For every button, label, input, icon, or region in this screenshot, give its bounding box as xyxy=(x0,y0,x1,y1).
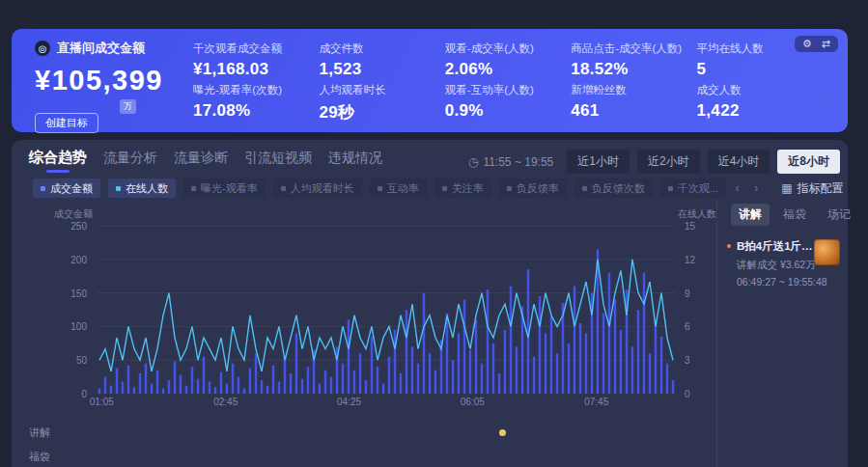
side-panel-tabs: 讲解福袋场记 xyxy=(717,200,848,226)
section-tabs: 综合趋势流量分析流量诊断引流短视频违规情况 xyxy=(29,149,382,173)
metric-chips: 成交金额在线人数曝光-观看率人均观看时长互动率关注率负反馈率负反馈次数千次观..… xyxy=(33,179,844,198)
chip-人均观看时长[interactable]: 人均观看时长 xyxy=(273,179,362,198)
tab-引流短视频[interactable]: 引流短视频 xyxy=(244,150,312,173)
kpi-metric-value: 29秒 xyxy=(319,101,436,124)
kpi-metric-value: 0.9% xyxy=(445,101,563,121)
chip-dot-icon xyxy=(668,186,673,191)
kpi-metric: 人均观看时长29秒 xyxy=(319,83,436,124)
kpi-metric-value: 461 xyxy=(571,101,688,121)
chip-dot-icon xyxy=(582,186,587,191)
chip-互动率[interactable]: 互动率 xyxy=(370,179,427,198)
kpi-metric-label: 观看-成交率(人数) xyxy=(445,41,563,56)
kpi-metric-value: 2.06% xyxy=(445,60,563,79)
kpi-metric: 观看-成交率(人数)2.06% xyxy=(445,41,563,83)
trend-panel: 综合趋势流量分析流量诊断引流短视频违规情况 ◷ 11:55 ~ 19:55 近1… xyxy=(12,140,848,467)
right-ytick: 0 xyxy=(685,389,714,399)
time-range-text: 11:55 ~ 19:55 xyxy=(483,155,553,169)
kpi-metric: 曝光-观看率(次数)17.08% xyxy=(193,83,311,124)
left-ytick: 50 xyxy=(58,355,87,366)
product-thumbnail xyxy=(814,239,840,265)
xtick: 01:05 xyxy=(90,397,114,407)
unit-badge: 万 xyxy=(120,99,136,114)
chip-label: 在线人数 xyxy=(126,181,168,196)
time-option-近1小时[interactable]: 近1小时 xyxy=(567,150,630,174)
lane-label-bag: 福袋 xyxy=(29,450,50,464)
primary-metric-value: ¥105,399 xyxy=(35,65,194,96)
left-ytick: 0 xyxy=(58,389,87,399)
panel-tab-讲解[interactable]: 讲解 xyxy=(731,204,770,226)
left-ytick: 200 xyxy=(58,255,87,265)
chip-负反馈率[interactable]: 负反馈率 xyxy=(499,179,567,198)
left-axis-title: 成交金额 xyxy=(54,207,93,221)
explain-event-marker[interactable] xyxy=(499,429,506,436)
session-side-panel: 讲解福袋场记 B拍4斤送1斤共35-4...讲解成交 ¥3.62万06:49:2… xyxy=(716,200,848,467)
chip-label: 负反馈次数 xyxy=(592,181,645,196)
right-axis-title: 在线人数 xyxy=(678,207,716,221)
left-ytick: 150 xyxy=(58,288,87,299)
right-ytick: 6 xyxy=(685,321,714,332)
kpi-metric-label: 人均观看时长 xyxy=(319,83,436,97)
time-filter: ◷ 11:55 ~ 19:55 近1小时近2小时近4小时近8小时 xyxy=(468,150,840,174)
chip-dot-icon xyxy=(281,186,286,191)
right-ytick: 9 xyxy=(685,288,714,299)
kpi-metric-value: 1,523 xyxy=(319,60,436,79)
kpi-metric-label: 新增粉丝数 xyxy=(571,83,688,97)
right-ytick: 3 xyxy=(685,355,714,366)
chip-成交金额[interactable]: 成交金额 xyxy=(33,179,100,198)
chip-dot-icon xyxy=(41,186,45,191)
kpi-metric: 商品点击-成交率(人数)18.52% xyxy=(571,41,688,83)
panel-tab-福袋[interactable]: 福袋 xyxy=(775,204,814,226)
chip-dot-icon xyxy=(116,186,121,191)
chip-负反馈次数[interactable]: 负反馈次数 xyxy=(574,179,653,198)
chip-dot-icon xyxy=(191,186,196,191)
chip-关注率[interactable]: 关注率 xyxy=(434,179,491,198)
xtick: 04:25 xyxy=(337,397,361,407)
xtick: 07:45 xyxy=(584,397,608,407)
primary-metric: ◎ 直播间成交金额 ¥105,399 万 创建目标 xyxy=(35,40,194,124)
chip-在线人数[interactable]: 在线人数 xyxy=(108,179,176,198)
gear-icon[interactable]: ⚙ xyxy=(802,38,812,50)
chip-label: 负反馈率 xyxy=(517,181,559,196)
right-ytick: 15 xyxy=(685,221,714,232)
panel-tab-场记[interactable]: 场记 xyxy=(820,204,858,226)
item-bullet-icon xyxy=(727,244,731,248)
kpi-toolbar: ⚙⇄ xyxy=(795,36,838,52)
swap-icon[interactable]: ⇄ xyxy=(822,38,830,50)
chip-label: 千次观... xyxy=(678,181,718,196)
kpi-metric-value: 1,422 xyxy=(697,101,815,121)
chip-千次观...[interactable]: 千次观... xyxy=(660,179,726,198)
chips-pager[interactable]: ‹ › xyxy=(736,181,764,195)
chip-dot-icon xyxy=(507,186,512,191)
trend-chart[interactable] xyxy=(97,224,676,394)
left-ytick: 250 xyxy=(58,221,87,232)
clock-icon: ◷ xyxy=(468,155,478,169)
tab-流量诊断[interactable]: 流量诊断 xyxy=(174,150,228,173)
kpi-metric-label: 千次观看成交金额 xyxy=(193,41,311,56)
kpi-metric-label: 成交件数 xyxy=(319,41,436,56)
kpi-metric-value: ¥1,168.03 xyxy=(193,60,311,79)
time-option-近2小时[interactable]: 近2小时 xyxy=(637,150,700,174)
explain-list: B拍4斤送1斤共35-4...讲解成交 ¥3.62万06:49:27 ~ 19:… xyxy=(727,239,848,288)
chip-曝光-观看率[interactable]: 曝光-观看率 xyxy=(183,179,266,198)
kpi-metric-label: 曝光-观看率(次数) xyxy=(193,83,311,97)
kpi-summary-card: ◎ 直播间成交金额 ¥105,399 万 创建目标 千次观看成交金额¥1,168… xyxy=(12,29,848,132)
create-goal-button[interactable]: 创建目标 xyxy=(35,113,98,133)
xtick: 02:45 xyxy=(213,397,238,407)
tab-综合趋势[interactable]: 综合趋势 xyxy=(29,149,87,173)
item-title: B拍4斤送1斤共35-4... xyxy=(737,239,822,254)
chip-label: 曝光-观看率 xyxy=(201,181,258,196)
time-option-近8小时[interactable]: 近8小时 xyxy=(777,150,840,174)
kpi-metric: 新增粉丝数461 xyxy=(571,83,688,124)
live-analytics-dashboard: ◎ 直播间成交金额 ¥105,399 万 创建目标 千次观看成交金额¥1,168… xyxy=(0,0,868,467)
tab-流量分析[interactable]: 流量分析 xyxy=(103,150,157,173)
explain-item[interactable]: B拍4斤送1斤共35-4...讲解成交 ¥3.62万06:49:27 ~ 19:… xyxy=(727,239,848,288)
kpi-metric-label: 商品点击-成交率(人数) xyxy=(571,41,688,56)
time-option-近4小时[interactable]: 近4小时 xyxy=(708,150,770,174)
kpi-metric: 成交件数1,523 xyxy=(319,41,436,83)
xtick: 06:05 xyxy=(461,397,485,407)
kpi-metric-value: 17.08% xyxy=(193,101,311,121)
metric-config-button[interactable]: ▦ 指标配置 xyxy=(781,180,843,197)
metric-config-label: 指标配置 xyxy=(798,180,844,197)
tab-违规情况[interactable]: 违规情况 xyxy=(328,150,382,173)
kpi-metric-label: 成交人数 xyxy=(697,83,815,97)
